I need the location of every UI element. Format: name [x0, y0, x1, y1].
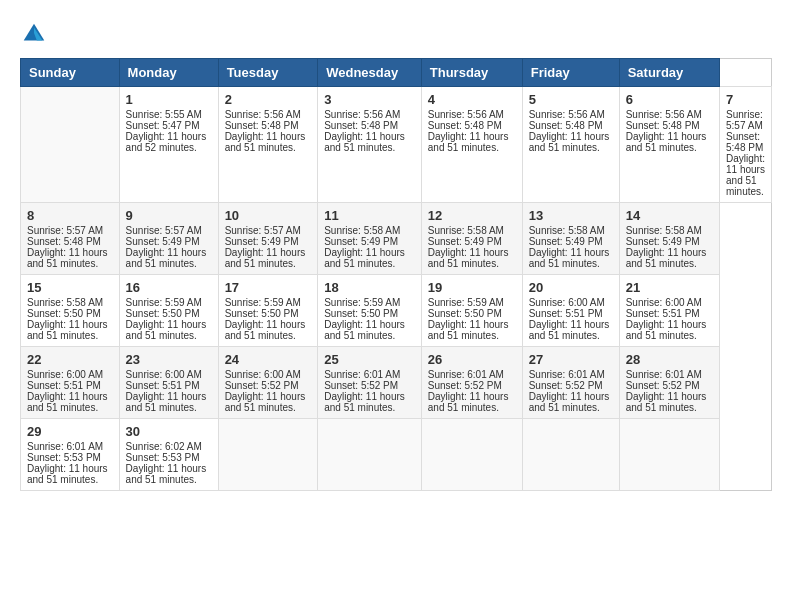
cell-info: Sunrise: 5:59 AMSunset: 5:50 PMDaylight:… — [126, 297, 207, 341]
cell-info: Sunrise: 5:56 AMSunset: 5:48 PMDaylight:… — [529, 109, 610, 153]
calendar-cell — [218, 419, 318, 491]
day-number: 5 — [529, 92, 613, 107]
header-day-wednesday: Wednesday — [318, 59, 422, 87]
cell-info: Sunrise: 6:01 AMSunset: 5:52 PMDaylight:… — [626, 369, 707, 413]
cell-info: Sunrise: 5:57 AMSunset: 5:48 PMDaylight:… — [726, 109, 765, 197]
calendar-table: SundayMondayTuesdayWednesdayThursdayFrid… — [20, 58, 772, 491]
calendar-cell: 16Sunrise: 5:59 AMSunset: 5:50 PMDayligh… — [119, 275, 218, 347]
cell-info: Sunrise: 5:58 AMSunset: 5:49 PMDaylight:… — [324, 225, 405, 269]
calendar-cell: 23Sunrise: 6:00 AMSunset: 5:51 PMDayligh… — [119, 347, 218, 419]
day-number: 11 — [324, 208, 415, 223]
calendar-cell: 14Sunrise: 5:58 AMSunset: 5:49 PMDayligh… — [619, 203, 719, 275]
calendar-body: 1Sunrise: 5:55 AMSunset: 5:47 PMDaylight… — [21, 87, 772, 491]
logo — [20, 20, 52, 48]
calendar-cell: 12Sunrise: 5:58 AMSunset: 5:49 PMDayligh… — [421, 203, 522, 275]
calendar-cell: 29Sunrise: 6:01 AMSunset: 5:53 PMDayligh… — [21, 419, 120, 491]
day-number: 18 — [324, 280, 415, 295]
calendar-cell: 26Sunrise: 6:01 AMSunset: 5:52 PMDayligh… — [421, 347, 522, 419]
calendar-cell: 20Sunrise: 6:00 AMSunset: 5:51 PMDayligh… — [522, 275, 619, 347]
calendar-cell: 5Sunrise: 5:56 AMSunset: 5:48 PMDaylight… — [522, 87, 619, 203]
day-number: 29 — [27, 424, 113, 439]
logo-icon — [20, 20, 48, 48]
calendar-cell: 30Sunrise: 6:02 AMSunset: 5:53 PMDayligh… — [119, 419, 218, 491]
cell-info: Sunrise: 5:56 AMSunset: 5:48 PMDaylight:… — [324, 109, 405, 153]
header-day-tuesday: Tuesday — [218, 59, 318, 87]
week-row-2: 8Sunrise: 5:57 AMSunset: 5:48 PMDaylight… — [21, 203, 772, 275]
cell-info: Sunrise: 5:58 AMSunset: 5:49 PMDaylight:… — [529, 225, 610, 269]
week-row-4: 22Sunrise: 6:00 AMSunset: 5:51 PMDayligh… — [21, 347, 772, 419]
cell-info: Sunrise: 6:00 AMSunset: 5:52 PMDaylight:… — [225, 369, 306, 413]
day-number: 8 — [27, 208, 113, 223]
day-number: 25 — [324, 352, 415, 367]
cell-info: Sunrise: 5:56 AMSunset: 5:48 PMDaylight:… — [626, 109, 707, 153]
calendar-cell — [522, 419, 619, 491]
cell-info: Sunrise: 5:58 AMSunset: 5:49 PMDaylight:… — [428, 225, 509, 269]
week-row-5: 29Sunrise: 6:01 AMSunset: 5:53 PMDayligh… — [21, 419, 772, 491]
day-number: 21 — [626, 280, 713, 295]
day-number: 28 — [626, 352, 713, 367]
cell-info: Sunrise: 6:00 AMSunset: 5:51 PMDaylight:… — [626, 297, 707, 341]
header-row: SundayMondayTuesdayWednesdayThursdayFrid… — [21, 59, 772, 87]
day-number: 23 — [126, 352, 212, 367]
calendar-cell: 28Sunrise: 6:01 AMSunset: 5:52 PMDayligh… — [619, 347, 719, 419]
page-header — [20, 20, 772, 48]
day-number: 7 — [726, 92, 765, 107]
calendar-cell: 15Sunrise: 5:58 AMSunset: 5:50 PMDayligh… — [21, 275, 120, 347]
day-number: 16 — [126, 280, 212, 295]
cell-info: Sunrise: 5:56 AMSunset: 5:48 PMDaylight:… — [428, 109, 509, 153]
cell-info: Sunrise: 6:00 AMSunset: 5:51 PMDaylight:… — [126, 369, 207, 413]
cell-info: Sunrise: 5:58 AMSunset: 5:49 PMDaylight:… — [626, 225, 707, 269]
cell-info: Sunrise: 6:01 AMSunset: 5:53 PMDaylight:… — [27, 441, 108, 485]
day-number: 13 — [529, 208, 613, 223]
day-number: 4 — [428, 92, 516, 107]
calendar-cell: 21Sunrise: 6:00 AMSunset: 5:51 PMDayligh… — [619, 275, 719, 347]
day-number: 14 — [626, 208, 713, 223]
day-number: 12 — [428, 208, 516, 223]
calendar-cell: 9Sunrise: 5:57 AMSunset: 5:49 PMDaylight… — [119, 203, 218, 275]
calendar-cell: 3Sunrise: 5:56 AMSunset: 5:48 PMDaylight… — [318, 87, 422, 203]
day-number: 22 — [27, 352, 113, 367]
calendar-cell: 18Sunrise: 5:59 AMSunset: 5:50 PMDayligh… — [318, 275, 422, 347]
calendar-cell: 10Sunrise: 5:57 AMSunset: 5:49 PMDayligh… — [218, 203, 318, 275]
cell-info: Sunrise: 5:57 AMSunset: 5:49 PMDaylight:… — [126, 225, 207, 269]
calendar-cell: 11Sunrise: 5:58 AMSunset: 5:49 PMDayligh… — [318, 203, 422, 275]
cell-info: Sunrise: 5:55 AMSunset: 5:47 PMDaylight:… — [126, 109, 207, 153]
day-number: 27 — [529, 352, 613, 367]
day-number: 2 — [225, 92, 312, 107]
cell-info: Sunrise: 6:00 AMSunset: 5:51 PMDaylight:… — [27, 369, 108, 413]
week-row-3: 15Sunrise: 5:58 AMSunset: 5:50 PMDayligh… — [21, 275, 772, 347]
calendar-cell: 19Sunrise: 5:59 AMSunset: 5:50 PMDayligh… — [421, 275, 522, 347]
calendar-cell — [619, 419, 719, 491]
cell-info: Sunrise: 5:58 AMSunset: 5:50 PMDaylight:… — [27, 297, 108, 341]
calendar-cell: 6Sunrise: 5:56 AMSunset: 5:48 PMDaylight… — [619, 87, 719, 203]
day-number: 17 — [225, 280, 312, 295]
week-row-1: 1Sunrise: 5:55 AMSunset: 5:47 PMDaylight… — [21, 87, 772, 203]
calendar-cell: 24Sunrise: 6:00 AMSunset: 5:52 PMDayligh… — [218, 347, 318, 419]
calendar-cell: 4Sunrise: 5:56 AMSunset: 5:48 PMDaylight… — [421, 87, 522, 203]
calendar-cell: 7Sunrise: 5:57 AMSunset: 5:48 PMDaylight… — [720, 87, 772, 203]
cell-info: Sunrise: 6:01 AMSunset: 5:52 PMDaylight:… — [428, 369, 509, 413]
header-day-monday: Monday — [119, 59, 218, 87]
day-number: 3 — [324, 92, 415, 107]
calendar-cell: 25Sunrise: 6:01 AMSunset: 5:52 PMDayligh… — [318, 347, 422, 419]
header-day-sunday: Sunday — [21, 59, 120, 87]
day-number: 1 — [126, 92, 212, 107]
calendar-header: SundayMondayTuesdayWednesdayThursdayFrid… — [21, 59, 772, 87]
day-number: 19 — [428, 280, 516, 295]
calendar-cell: 17Sunrise: 5:59 AMSunset: 5:50 PMDayligh… — [218, 275, 318, 347]
calendar-cell: 22Sunrise: 6:00 AMSunset: 5:51 PMDayligh… — [21, 347, 120, 419]
day-number: 15 — [27, 280, 113, 295]
cell-info: Sunrise: 6:01 AMSunset: 5:52 PMDaylight:… — [529, 369, 610, 413]
cell-info: Sunrise: 5:59 AMSunset: 5:50 PMDaylight:… — [428, 297, 509, 341]
day-number: 24 — [225, 352, 312, 367]
day-number: 9 — [126, 208, 212, 223]
cell-info: Sunrise: 5:57 AMSunset: 5:49 PMDaylight:… — [225, 225, 306, 269]
day-number: 10 — [225, 208, 312, 223]
calendar-cell — [318, 419, 422, 491]
day-number: 20 — [529, 280, 613, 295]
header-day-friday: Friday — [522, 59, 619, 87]
calendar-cell: 8Sunrise: 5:57 AMSunset: 5:48 PMDaylight… — [21, 203, 120, 275]
calendar-cell: 2Sunrise: 5:56 AMSunset: 5:48 PMDaylight… — [218, 87, 318, 203]
calendar-cell: 1Sunrise: 5:55 AMSunset: 5:47 PMDaylight… — [119, 87, 218, 203]
cell-info: Sunrise: 5:57 AMSunset: 5:48 PMDaylight:… — [27, 225, 108, 269]
